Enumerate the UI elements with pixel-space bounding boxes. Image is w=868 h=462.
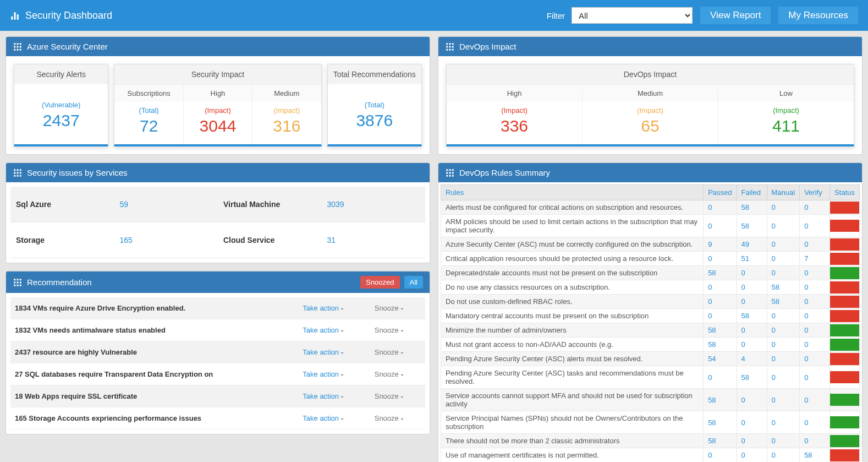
verify-count[interactable]: 0 [800,309,830,323]
passed-count[interactable]: 0 [704,295,737,309]
manual-count[interactable]: 0 [767,366,800,389]
failed-count[interactable]: 58 [737,366,767,389]
manual-count[interactable]: 58 [767,295,800,309]
failed-count[interactable]: 0 [737,295,767,309]
failed-count[interactable]: 0 [737,266,767,280]
col-manual[interactable]: Manual [767,185,800,200]
verify-count[interactable]: 0 [800,366,830,389]
security-alerts-card[interactable]: Security Alerts (Vulnerable) 2437 [14,64,108,146]
devops-high-cell[interactable]: High (Impact) 336 [447,84,583,144]
service-count[interactable]: 31 [322,222,426,258]
manual-count[interactable]: 0 [767,448,800,462]
failed-count[interactable]: 4 [737,352,767,366]
passed-count[interactable]: 58 [704,434,737,448]
snooze-link[interactable]: Snooze [370,407,425,430]
service-count[interactable]: 59 [114,187,218,222]
passed-count[interactable]: 0 [704,200,737,215]
verify-count[interactable]: 58 [800,448,830,462]
manual-count[interactable]: 0 [767,215,800,237]
passed-count[interactable]: 54 [704,352,737,366]
snoozed-button[interactable]: Snoozed [360,276,399,289]
manual-count[interactable]: 0 [767,309,800,323]
verify-count[interactable]: 0 [800,323,830,338]
col-verify[interactable]: Verify [800,185,830,200]
verify-count[interactable]: 0 [800,266,830,280]
manual-count[interactable]: 0 [767,352,800,366]
verify-count[interactable]: 0 [800,215,830,237]
take-action-link[interactable]: Take action [298,297,370,319]
take-action-link[interactable]: Take action [298,363,370,385]
passed-count[interactable]: 58 [704,323,737,338]
failed-count[interactable]: 0 [737,389,767,411]
passed-count[interactable]: 0 [704,252,737,266]
high-impact-cell[interactable]: High (Impact) 3044 [184,84,252,144]
manual-count[interactable]: 0 [767,252,800,266]
failed-count[interactable]: 58 [737,200,767,215]
verify-count[interactable]: 7 [800,252,830,266]
manual-count[interactable]: 0 [767,237,800,252]
snooze-link[interactable]: Snooze [370,385,425,407]
snooze-link[interactable]: Snooze [370,363,425,385]
snooze-link[interactable]: Snooze [370,319,425,341]
passed-count[interactable]: 0 [704,215,737,237]
manual-count[interactable]: 0 [767,338,800,352]
failed-count[interactable]: 0 [737,434,767,448]
col-status[interactable]: Status [830,185,860,200]
verify-count[interactable]: 0 [800,434,830,448]
total-recommendations-card[interactable]: Total Recommendations (Total) 3876 [327,64,422,146]
service-count[interactable]: 165 [114,222,218,258]
all-button[interactable]: All [404,276,423,289]
filter-select[interactable]: All [572,7,693,24]
manual-count[interactable]: 58 [767,280,800,295]
service-count[interactable]: 3039 [322,187,426,222]
col-passed[interactable]: Passed [704,185,737,200]
passed-count[interactable]: 58 [704,411,737,434]
take-action-link[interactable]: Take action [298,319,370,341]
passed-count[interactable]: 0 [704,280,737,295]
failed-count[interactable]: 49 [737,237,767,252]
table-row: Service Principal Names (SPNs) should no… [441,411,860,434]
take-action-link[interactable]: Take action [298,341,370,363]
take-action-link[interactable]: Take action [298,407,370,430]
passed-count[interactable]: 58 [704,338,737,352]
passed-count[interactable]: 0 [704,366,737,389]
view-report-button[interactable]: View Report [700,7,771,24]
passed-count[interactable]: 0 [704,309,737,323]
failed-count[interactable]: 0 [737,280,767,295]
manual-count[interactable]: 0 [767,200,800,215]
verify-count[interactable]: 0 [800,352,830,366]
failed-count[interactable]: 58 [737,215,767,237]
failed-count[interactable]: 0 [737,411,767,434]
col-rules[interactable]: Rules [441,185,704,200]
medium-impact-cell[interactable]: Medium (Impact) 316 [252,84,321,144]
failed-count[interactable]: 0 [737,448,767,462]
verify-count[interactable]: 0 [800,295,830,309]
devops-low-cell[interactable]: Low (Impact) 411 [718,84,854,144]
verify-count[interactable]: 0 [800,237,830,252]
col-failed[interactable]: Failed [737,185,767,200]
failed-count[interactable]: 58 [737,309,767,323]
failed-count[interactable]: 0 [737,338,767,352]
passed-count[interactable]: 0 [704,448,737,462]
manual-count[interactable]: 0 [767,266,800,280]
failed-count[interactable]: 51 [737,252,767,266]
subscriptions-cell[interactable]: Subscriptions (Total) 72 [114,84,183,144]
verify-count[interactable]: 0 [800,280,830,295]
take-action-link[interactable]: Take action [298,385,370,407]
passed-count[interactable]: 9 [704,237,737,252]
devops-medium-cell[interactable]: Medium (Impact) 65 [583,84,718,144]
manual-count[interactable]: 0 [767,411,800,434]
snooze-link[interactable]: Snooze [370,297,425,319]
passed-count[interactable]: 58 [704,389,737,411]
my-resources-button[interactable]: My Resources [778,7,858,24]
manual-count[interactable]: 0 [767,323,800,338]
snooze-link[interactable]: Snooze [370,341,425,363]
manual-count[interactable]: 0 [767,434,800,448]
verify-count[interactable]: 0 [800,338,830,352]
verify-count[interactable]: 0 [800,389,830,411]
failed-count[interactable]: 0 [737,323,767,338]
verify-count[interactable]: 0 [800,200,830,215]
manual-count[interactable]: 0 [767,389,800,411]
verify-count[interactable]: 0 [800,411,830,434]
passed-count[interactable]: 58 [704,266,737,280]
